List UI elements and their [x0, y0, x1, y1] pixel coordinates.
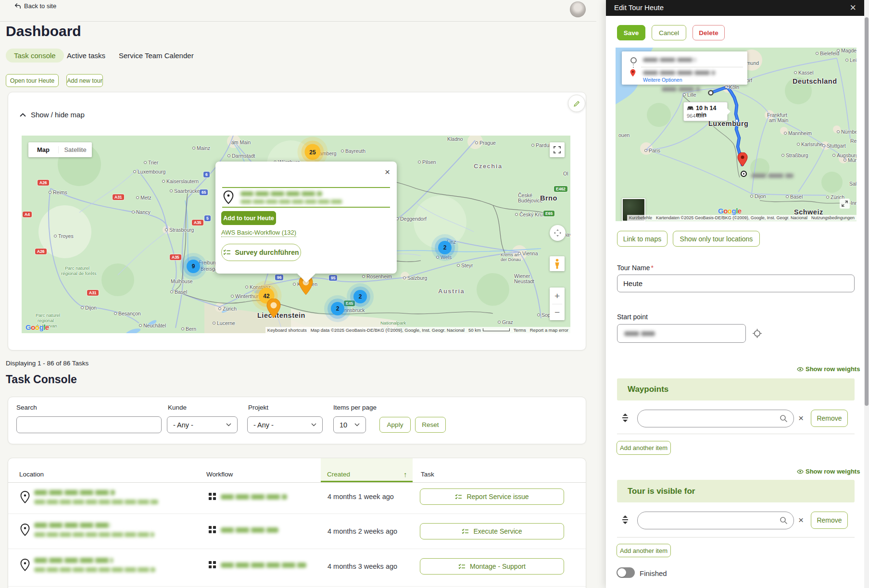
car-icon: [687, 105, 694, 111]
task-table-card: Location Workflow Created ↑ Task 4 month…: [8, 458, 586, 588]
save-button[interactable]: Save: [617, 25, 645, 40]
column-header-created[interactable]: Created: [327, 471, 350, 478]
avatar[interactable]: [570, 1, 586, 17]
add-to-tour-button[interactable]: Add to tour Heute: [221, 211, 276, 225]
show-only-tour-locations-button[interactable]: Show only tour locations: [673, 231, 760, 247]
main-map[interactable]: Mainzam MainDarmstadtWürzburgBambergBayr…: [22, 136, 570, 333]
more-options-link[interactable]: Weitere Optionen: [643, 77, 682, 83]
road-badge: 6: [203, 172, 210, 177]
add-new-tour-button[interactable]: Add new tour: [66, 74, 103, 87]
projekt-select[interactable]: - Any -: [247, 416, 323, 433]
google-logo[interactable]: Google: [718, 207, 742, 215]
redacted-location-title: [34, 558, 113, 563]
map-cluster-marker[interactable]: 2: [331, 302, 344, 315]
pegman-control[interactable]: [550, 256, 565, 271]
panel-close-icon[interactable]: ×: [850, 2, 856, 13]
map-cluster-marker[interactable]: 2: [438, 241, 452, 254]
cancel-button[interactable]: Cancel: [652, 25, 686, 40]
sort-up-icon[interactable]: ↑: [403, 470, 407, 478]
locate-crosshair-icon[interactable]: [752, 328, 762, 338]
map-pin-marker[interactable]: [266, 299, 281, 320]
add-visible-for-button[interactable]: Add another item: [617, 544, 671, 557]
scale-bar: [483, 328, 510, 331]
map-type-satellite-button[interactable]: Satellite: [59, 146, 92, 153]
visible-for-header: Tour is visible for: [617, 480, 855, 502]
drag-handle[interactable]: [622, 515, 629, 524]
map-type-map-button[interactable]: Map: [28, 146, 59, 153]
remove-waypoint-button[interactable]: Remove: [811, 410, 848, 427]
location-pin-icon: [20, 491, 30, 505]
tour-name-input[interactable]: [617, 275, 855, 292]
add-waypoint-button[interactable]: Add another item: [617, 441, 671, 455]
survey-button[interactable]: Survey durchführen: [221, 244, 301, 261]
drag-handle[interactable]: [622, 413, 629, 422]
delete-button[interactable]: Delete: [693, 25, 725, 40]
search-label: Search: [16, 404, 37, 411]
column-header-workflow: Workflow: [206, 471, 233, 478]
map-toggle-label: Show / hide map: [31, 111, 85, 119]
map-cluster-marker[interactable]: 25: [305, 144, 321, 160]
items-per-page-select[interactable]: 10: [333, 416, 366, 433]
fullscreen-icon: [554, 146, 561, 153]
popup-close-icon[interactable]: ×: [385, 167, 390, 176]
column-header-task: Task: [421, 471, 434, 478]
reset-button[interactable]: Reset: [415, 417, 446, 433]
terms-link[interactable]: Terms: [512, 327, 528, 333]
clear-waypoint-icon[interactable]: ×: [798, 413, 804, 423]
show-row-weights-link[interactable]: Show row weights: [797, 468, 860, 475]
zoom-out-button[interactable]: −: [554, 304, 560, 320]
map-toggle[interactable]: Show / hide map: [20, 111, 85, 119]
map-label: Wels: [436, 254, 452, 260]
terms-link[interactable]: Nutzungsbedingungen: [809, 215, 856, 221]
report-map-error-link[interactable]: Report a map error: [528, 327, 570, 333]
show-row-weights-link[interactable]: Show row weights: [797, 365, 860, 373]
panel-scrollbar[interactable]: [864, 0, 869, 588]
start-point-input[interactable]: [617, 324, 746, 343]
apply-button[interactable]: Apply: [379, 417, 411, 433]
tab-task-console[interactable]: Task console: [6, 49, 64, 63]
road-badge: A31: [87, 290, 99, 296]
task-button[interactable]: Montage - Support: [420, 558, 564, 575]
pan-control[interactable]: [550, 225, 566, 241]
open-tour-heute-button[interactable]: Open tour Heute: [6, 74, 59, 87]
checklist-icon: [462, 528, 469, 535]
edit-map-button[interactable]: [568, 95, 585, 112]
tasks-summary: Displaying 1 - 86 of 86 Tasks: [6, 360, 88, 367]
remove-visible-for-button[interactable]: Remove: [811, 512, 848, 529]
waypoint-search-input[interactable]: [637, 410, 794, 427]
tab-service-team-calender[interactable]: Service Team Calender: [119, 51, 194, 60]
zoom-in-button[interactable]: +: [554, 288, 560, 304]
location-pin-icon: [223, 190, 234, 204]
kurzbefehle-link[interactable]: Kurzbefehle: [627, 215, 654, 221]
panel-header: Edit Tour Heute ×: [606, 0, 869, 16]
redacted-location-title: [34, 490, 115, 495]
finished-toggle[interactable]: [617, 567, 635, 578]
redacted-location-address: [34, 500, 158, 504]
keyboard-shortcuts-link[interactable]: Keyboard shortcuts: [265, 327, 309, 333]
link-to-maps-button[interactable]: Link to maps: [617, 231, 667, 247]
search-input[interactable]: [16, 416, 162, 433]
map-cluster-marker[interactable]: 9: [187, 260, 200, 273]
task-button[interactable]: Report Service issue: [420, 488, 564, 505]
map-popup: × Add to tour Heute AWS Basic-Workflow (…: [215, 162, 397, 274]
scrollbar-thumb[interactable]: [865, 17, 869, 406]
fullscreen-button[interactable]: [550, 142, 565, 157]
tour-name-label: Tour Name*: [617, 264, 654, 272]
map-label: Reims: [49, 189, 67, 195]
redacted-location-title: [240, 191, 322, 196]
map-label: Straßburg: [781, 152, 808, 158]
panel-title: Edit Tour Heute: [614, 3, 664, 12]
clear-visible-for-icon[interactable]: ×: [798, 515, 804, 525]
workflow-link[interactable]: AWS Basic-Workflow (132): [221, 229, 296, 237]
visible-for-search-input[interactable]: [637, 512, 794, 529]
kunde-select[interactable]: - Any -: [167, 416, 238, 433]
route-map[interactable]: BielefeldMagdeburgDortmundKasselLeipzigD…: [616, 48, 856, 221]
kunde-value: - Any -: [173, 421, 193, 429]
map-cluster-marker[interactable]: 2: [353, 290, 367, 303]
task-button[interactable]: Execute Service: [420, 523, 564, 539]
map-label: Troyes: [54, 233, 74, 239]
back-link[interactable]: Back to site: [14, 2, 56, 10]
expand-map-icon[interactable]: [840, 199, 850, 209]
tab-active-tasks[interactable]: Active tasks: [67, 51, 105, 60]
map-label: Kassel: [794, 70, 814, 75]
